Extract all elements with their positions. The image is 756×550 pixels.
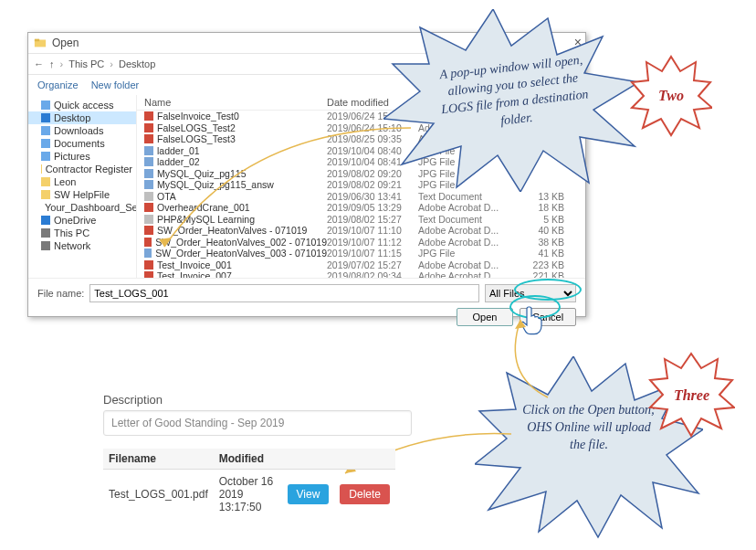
file-icon (144, 146, 153, 155)
file-icon (144, 238, 152, 247)
file-size: 5 KB (509, 214, 573, 226)
file-name: SW_Order_HeatonValves - 071019 (157, 225, 307, 237)
open-button[interactable]: Open (457, 308, 513, 326)
view-button[interactable]: View (288, 484, 330, 504)
nav-sidebar: Quick accessDesktopDownloadsDocumentsPic… (28, 95, 137, 278)
file-row[interactable]: Test_Invoice_0072019/08/02 09:34Adobe Ac… (137, 270, 585, 278)
sidebar-item-label: Quick access (54, 100, 113, 111)
file-icon (144, 111, 153, 121)
cell-filename: Test_LOGS_001.pdf (103, 470, 214, 520)
file-type: Adobe Acrobat D... (418, 202, 509, 214)
file-name: MySQL_Quiz_pg115 (157, 168, 246, 180)
organize-menu[interactable]: Organize (37, 79, 79, 90)
sidebar-item[interactable]: Your_Dashboard_Se (28, 201, 136, 214)
file-icon (144, 226, 153, 235)
file-type: Text Document (418, 191, 509, 203)
file-row[interactable]: PHP&MySQL Learning2019/08/02 15:27Text D… (137, 214, 585, 226)
file-date: 2019/06/30 13:41 (327, 191, 418, 203)
sidebar-item[interactable]: Pictures (28, 150, 136, 163)
sidebar-item[interactable]: OneDrive (28, 214, 136, 227)
step-badge-three: Three (648, 352, 735, 439)
sidebar-item[interactable]: Contractor Register (28, 163, 136, 175)
file-row[interactable]: SW_Order_HeatonValves_003 - 0710192019/1… (137, 248, 585, 259)
file-name: Test_Invoice_001 (157, 259, 232, 271)
nav-back-icon[interactable]: ← (34, 58, 44, 69)
folder-icon (41, 139, 50, 148)
sidebar-item[interactable]: SW HelpFile (28, 188, 136, 201)
file-size: 18 KB (509, 202, 573, 214)
sidebar-item[interactable]: This PC (28, 227, 136, 239)
file-size: 41 KB (509, 248, 573, 259)
file-size: 223 KB (509, 259, 573, 271)
folder-icon (41, 152, 50, 161)
file-name: OverheardCrane_001 (157, 202, 250, 214)
file-row[interactable]: OverheardCrane_0012019/09/05 13:29Adobe … (137, 202, 585, 214)
sidebar-item-label: SW HelpFile (54, 189, 110, 200)
cell-modified: October 16 2019 13:17:50 (214, 470, 282, 520)
file-icon (144, 123, 153, 132)
file-date: 2019/10/07 11:12 (327, 237, 418, 249)
file-name: PHP&MySQL Learning (157, 214, 255, 226)
file-size: 13 KB (509, 191, 573, 203)
nav-up-icon[interactable]: ↑ (49, 58, 55, 69)
file-type: Text Document (418, 214, 509, 226)
filename-label: File name: (37, 288, 84, 299)
th-modified: Modified (214, 449, 282, 470)
sidebar-item-label: OneDrive (54, 215, 96, 226)
folder-icon (41, 164, 42, 174)
file-type: Adobe Acrobat D... (418, 225, 509, 237)
col-name[interactable]: Name (137, 97, 327, 108)
sidebar-item[interactable]: Network (28, 239, 136, 252)
file-name: MySQL_Quiz_pg115_answ (157, 179, 274, 191)
file-icon (144, 157, 153, 166)
file-row[interactable]: SW_Order_HeatonValves_002 - 0710192019/1… (137, 237, 585, 249)
file-type: Adobe Acrobat D... (418, 259, 509, 271)
file-type: Adobe Acrobat D... (418, 270, 509, 278)
description-input[interactable] (103, 410, 412, 436)
file-row[interactable]: Test_Invoice_0012019/07/02 15:27Adobe Ac… (137, 259, 585, 271)
sidebar-item[interactable]: Desktop (28, 111, 136, 124)
sidebar-item[interactable]: Quick access (28, 99, 136, 111)
file-name: SW_Order_HeatonValves_003 - 071019 (155, 248, 327, 259)
file-table: Filename Modified Test_LOGS_001.pdf Octo… (103, 449, 395, 519)
file-icon (144, 260, 153, 270)
file-icon (144, 180, 153, 189)
folder-icon (41, 113, 50, 122)
file-row[interactable]: SW_Order_HeatonValves - 0710192019/10/07… (137, 225, 585, 237)
folder-icon (34, 37, 47, 49)
file-size: 221 KB (509, 270, 573, 278)
uploaded-file-panel: Description Filename Modified Test_LOGS_… (103, 393, 404, 519)
file-name: FalseLOGS_Test3 (157, 133, 236, 145)
file-date: 2019/10/07 11:15 (327, 248, 418, 259)
sidebar-item[interactable]: Leon (28, 175, 136, 188)
th-filename: Filename (103, 449, 214, 470)
callout-popup: A pop-up window will open, allowing you … (383, 9, 639, 192)
sidebar-item-label: Leon (54, 176, 76, 187)
file-name: OTA (157, 191, 176, 203)
file-icon (144, 271, 153, 278)
file-name: Test_Invoice_007 (157, 270, 232, 278)
file-type: JPG File (418, 248, 509, 259)
file-name: ladder_02 (157, 156, 200, 168)
sidebar-item[interactable]: Documents (28, 137, 136, 150)
file-row[interactable]: OTA2019/06/30 13:41Text Document13 KB (137, 191, 585, 203)
folder-icon (41, 100, 50, 110)
file-size: 38 KB (509, 237, 573, 249)
table-row: Test_LOGS_001.pdf October 16 2019 13:17:… (103, 470, 395, 520)
file-name: ladder_01 (157, 145, 200, 157)
breadcrumb-segment[interactable]: This PC (68, 58, 104, 69)
delete-button[interactable]: Delete (340, 484, 390, 504)
breadcrumb-segment[interactable]: Desktop (119, 58, 155, 69)
sidebar-item-label: Contractor Register (46, 164, 132, 175)
folder-icon (41, 241, 50, 250)
sidebar-item-label: Your_Dashboard_Se (45, 202, 137, 213)
file-name: FalseLOGS_Test2 (157, 122, 236, 134)
filename-input[interactable] (89, 284, 479, 302)
sidebar-item[interactable]: Downloads (28, 124, 136, 137)
file-icon (144, 249, 152, 258)
newfolder-button[interactable]: New folder (91, 79, 140, 90)
description-label: Description (103, 393, 404, 407)
file-date: 2019/09/05 13:29 (327, 202, 418, 214)
file-icon (144, 215, 153, 224)
cursor-hand-icon (519, 305, 546, 336)
